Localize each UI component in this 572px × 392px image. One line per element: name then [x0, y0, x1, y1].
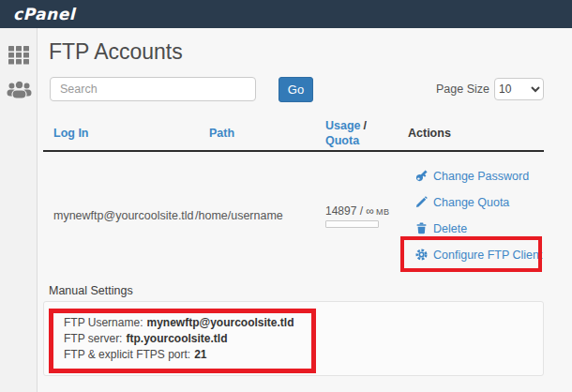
usage-text: 14897 / ∞MB	[325, 204, 389, 218]
pencil-icon	[415, 196, 428, 208]
gear-icon	[415, 249, 428, 261]
page-size-select[interactable]: 10	[494, 78, 544, 100]
column-header-login: Log In	[43, 127, 193, 140]
trash-icon	[415, 222, 428, 234]
cell-usage-quota: 14897 / ∞MB	[320, 154, 402, 278]
cell-path: /home/username	[193, 154, 320, 278]
delete-link[interactable]: Delete	[415, 221, 544, 235]
usage-sort-link[interactable]: Usage	[325, 119, 361, 132]
quota-progress-bar	[325, 220, 379, 228]
login-sort-link[interactable]: Log In	[53, 127, 89, 140]
page-size-label: Page Size	[403, 83, 489, 96]
usage-unit: MB	[376, 207, 390, 217]
ftp-server-row: FTP server:ftp.yourcoolsite.tld	[64, 331, 543, 347]
cell-actions: Change Password Change Quota Delete	[402, 154, 544, 278]
quota-sort-link[interactable]: Quota	[325, 134, 359, 147]
usage-quota-separator: /	[364, 119, 367, 132]
top-navigation-bar: cPanel	[0, 0, 572, 28]
path-sort-link[interactable]: Path	[209, 127, 234, 140]
sidebar	[0, 28, 38, 392]
ftp-username-label: FTP Username:	[64, 316, 143, 329]
configure-ftp-client-link[interactable]: Configure FTP Client	[415, 248, 544, 262]
cpanel-logo[interactable]: cPanel	[13, 0, 75, 28]
column-header-actions: Actions	[402, 127, 544, 140]
go-button[interactable]: Go	[278, 77, 313, 102]
manual-settings-heading: Manual Settings	[49, 284, 133, 297]
ftp-username-value: mynewftp@yourcoolsite.tld	[146, 316, 294, 329]
ftp-username-row: FTP Username:mynewftp@yourcoolsite.tld	[64, 315, 543, 331]
ftp-port-value: 21	[194, 348, 206, 361]
ftp-port-row: FTP & explicit FTPS port:21	[64, 347, 543, 363]
ftp-port-label: FTP & explicit FTPS port:	[64, 348, 190, 361]
change-password-link[interactable]: Change Password	[415, 169, 544, 183]
search-input[interactable]	[50, 77, 256, 101]
users-icon[interactable]	[0, 75, 38, 103]
manual-settings-panel: FTP Username:mynewftp@yourcoolsite.tld F…	[43, 301, 544, 376]
ftp-server-value: ftp.yourcoolsite.tld	[126, 332, 227, 345]
ftp-accounts-page: cPanel	[0, 0, 572, 392]
key-icon	[415, 170, 428, 182]
cell-login: mynewftp@yourcoolsite.tld	[43, 154, 193, 278]
column-header-usage-quota: Usage/ Quota	[320, 118, 402, 148]
ftp-server-label: FTP server:	[64, 332, 122, 345]
column-header-path: Path	[193, 127, 320, 140]
table-row: mynewftp@yourcoolsite.tld /home/username…	[43, 154, 544, 278]
page-title: FTP Accounts	[49, 39, 183, 65]
table-header-row: Log In Path Usage/ Quota Actions	[43, 116, 544, 152]
grid-icon[interactable]	[0, 41, 38, 69]
change-quota-link[interactable]: Change Quota	[415, 195, 544, 209]
